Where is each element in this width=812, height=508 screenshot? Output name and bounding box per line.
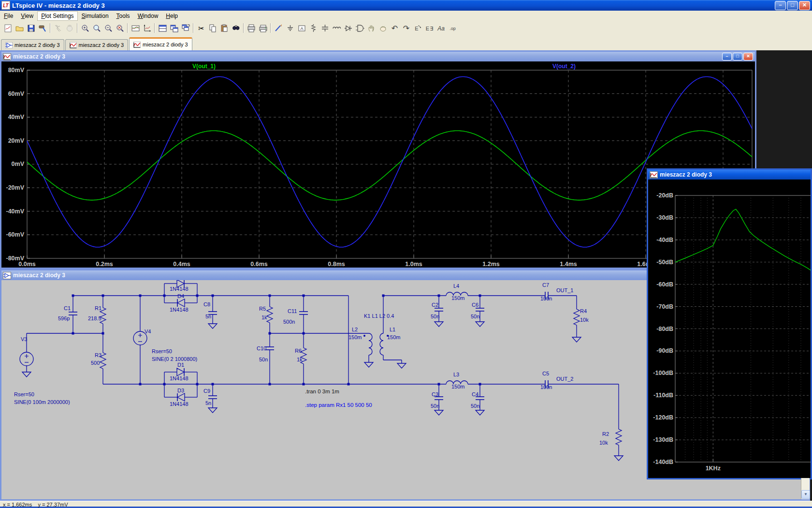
toolbar-autorange-icon[interactable] xyxy=(130,22,141,34)
schematic-vscrollbar[interactable]: ▼ xyxy=(801,478,810,499)
toolbar-ground-icon[interactable] xyxy=(284,22,296,34)
schematic-label-c7[interactable]: C7 xyxy=(542,282,549,288)
schematic-label-218-5[interactable]: 218.5 xyxy=(88,315,102,321)
toolbar-new-schematic-icon[interactable] xyxy=(2,22,14,34)
schematic-label-l4[interactable]: L4 xyxy=(453,283,459,289)
schematic-label-c11[interactable]: C11 xyxy=(288,308,297,314)
toolbar-undo-icon[interactable]: ↶ xyxy=(389,22,400,34)
schematic-label-150m[interactable]: 150m xyxy=(387,334,401,340)
toolbar-open-icon[interactable] xyxy=(14,22,25,34)
maximize-button[interactable]: □ xyxy=(787,1,798,10)
db-window-titlebar[interactable]: mieszacz 2 diody 3 xyxy=(648,170,811,179)
schematic-label-r2[interactable]: R2 xyxy=(602,431,609,437)
wave-maximize-button[interactable]: □ xyxy=(733,53,742,60)
schematic-label-1n4148[interactable]: 1N4148 xyxy=(170,286,188,292)
toolbar-net-label-icon[interactable]: A xyxy=(296,22,307,34)
toolbar-print-icon[interactable] xyxy=(257,22,269,34)
schematic-label-5n[interactable]: 5n xyxy=(205,400,211,406)
toolbar-cut-icon[interactable]: ✂ xyxy=(195,22,207,34)
schematic-label-r3[interactable]: R3 xyxy=(95,352,102,358)
schematic-label-d4[interactable]: D4 xyxy=(177,293,184,299)
schematic-label-sine-0-100m-2000000-[interactable]: SINE(0 100m 2000000) xyxy=(14,399,70,405)
schematic-label-v3[interactable]: V3 xyxy=(21,336,27,342)
menu-item-view[interactable]: View xyxy=(17,11,37,21)
schematic-label-r5[interactable]: R5 xyxy=(259,306,266,312)
toolbar-zoom-in-icon[interactable] xyxy=(79,22,91,34)
tab-3[interactable]: mieszacz 2 diody 3 xyxy=(129,37,192,50)
toolbar-print-preview-icon[interactable] xyxy=(246,22,257,34)
schematic-label-c5[interactable]: C5 xyxy=(542,371,549,376)
toolbar-cascade-icon[interactable] xyxy=(180,22,191,34)
menu-item-simulation[interactable]: Simulation xyxy=(78,11,113,21)
schematic-label-v4[interactable]: V4 xyxy=(145,329,151,334)
schematic-label-c8[interactable]: C8 xyxy=(203,301,210,307)
schematic-label-1n4148[interactable]: 1N4148 xyxy=(170,401,188,407)
schematic-label-c2[interactable]: C2 xyxy=(432,302,438,308)
toolbar-zoom-extents-icon[interactable] xyxy=(141,22,153,34)
spice-directive-step[interactable]: .step param Rx1 50 500 50 xyxy=(305,402,372,408)
wave-close-button[interactable]: ✕ xyxy=(743,53,753,60)
wave-minimize-button[interactable]: – xyxy=(722,53,732,60)
schematic-label-10k[interactable]: 10k xyxy=(599,440,608,446)
schematic-label-d1[interactable]: D1 xyxy=(177,362,184,368)
menu-item-tools[interactable]: Tools xyxy=(113,11,134,21)
toolbar-redo-icon[interactable]: ↷ xyxy=(400,22,412,34)
schematic-label-c3[interactable]: C3 xyxy=(432,391,438,397)
schematic-label-150m[interactable]: 150m xyxy=(451,384,465,389)
schematic-label-100n[interactable]: 100n xyxy=(540,296,552,301)
toolbar-control-panel-icon[interactable] xyxy=(37,22,48,34)
toolbar-tile-horizontal-icon[interactable] xyxy=(157,22,168,34)
menu-item-plot-settings[interactable]: Plot Settings xyxy=(37,11,77,21)
schematic-label-c10[interactable]: C10 xyxy=(257,345,266,351)
toolbar-move-icon[interactable] xyxy=(365,22,377,34)
schematic-label-r1[interactable]: R1 xyxy=(95,305,102,311)
schematic-label-150m[interactable]: 150m xyxy=(451,295,465,301)
spice-directive-tran[interactable]: .tran 0 3m 1m xyxy=(305,388,339,394)
toolbar-pause-icon[interactable] xyxy=(64,22,75,34)
schematic-label-l1[interactable]: L1 xyxy=(390,327,395,332)
toolbar-zoom-full-icon[interactable] xyxy=(114,22,126,34)
schematic-label-1k[interactable]: 1k xyxy=(261,314,267,320)
schematic-label-50n[interactable]: 50n xyxy=(431,403,439,409)
toolbar-save-icon[interactable] xyxy=(25,22,37,34)
tab-2[interactable]: mieszacz 2 diody 3 xyxy=(65,39,129,50)
schematic-label-150m[interactable]: 150m xyxy=(348,334,362,340)
waveform-window-titlebar[interactable]: mieszacz 2 diody 3 – □ ✕ xyxy=(1,52,755,61)
menu-item-file[interactable]: File xyxy=(0,11,17,21)
schematic-label-c4[interactable]: C4 xyxy=(472,391,478,397)
schematic-label-50n[interactable]: 50n xyxy=(471,403,479,409)
scroll-down-arrow-icon[interactable]: ▼ xyxy=(801,490,810,499)
toolbar-diode-icon[interactable] xyxy=(342,22,354,34)
close-button[interactable]: ✕ xyxy=(799,1,810,10)
schematic-label-c6[interactable]: C6 xyxy=(472,302,478,308)
schematic-label-1n4148[interactable]: 1N4148 xyxy=(170,375,188,381)
toolbar-zoom-area-icon[interactable] xyxy=(91,22,102,34)
tab-1[interactable]: mieszacz 2 diody 3 xyxy=(1,39,64,50)
schematic-label-out-2[interactable]: OUT_2 xyxy=(556,376,573,382)
toolbar-resistor-icon[interactable] xyxy=(307,22,319,34)
toolbar-text-icon[interactable]: Aa xyxy=(435,22,447,34)
toolbar-draw-wire-icon[interactable] xyxy=(273,22,284,34)
menu-item-help[interactable]: Help xyxy=(162,11,182,21)
schematic-label-500[interactable]: 500 xyxy=(91,360,100,366)
toolbar-rotate-icon[interactable]: E xyxy=(412,22,423,34)
schematic-label-sine-0-2-1000800-[interactable]: SINE(0 2 1000800) xyxy=(152,356,197,362)
schematic-label-5n[interactable]: 5n xyxy=(205,314,211,319)
toolbar-drag-icon[interactable] xyxy=(377,22,389,34)
toolbar-capacitor-icon[interactable] xyxy=(319,22,331,34)
db-plot[interactable]: -20dB-30dB-40dB-50dB-60dB-70dB-80dB-90dB… xyxy=(648,179,811,478)
toolbar-tile-vertical-icon[interactable] xyxy=(168,22,180,34)
schematic-label-c1[interactable]: C1 xyxy=(64,305,71,311)
toolbar-paste-icon[interactable] xyxy=(218,22,230,34)
schematic-label-k1-l1-l2-0-4[interactable]: K1 L1 L2 0.4 xyxy=(364,313,394,319)
schematic-label-r4[interactable]: R4 xyxy=(580,308,587,314)
minimize-button[interactable]: – xyxy=(775,1,786,10)
menu-item-window[interactable]: Window xyxy=(134,11,162,21)
toolbar-copy-icon[interactable] xyxy=(207,22,218,34)
schematic-label-1n4148[interactable]: 1N4148 xyxy=(170,307,188,313)
toolbar-component-icon[interactable] xyxy=(354,22,365,34)
schematic-label-l3[interactable]: L3 xyxy=(453,372,459,377)
toolbar-halt-icon[interactable] xyxy=(52,22,64,34)
schematic-label-50n[interactable]: 50n xyxy=(431,314,439,319)
schematic-label-out-1[interactable]: OUT_1 xyxy=(556,287,573,293)
